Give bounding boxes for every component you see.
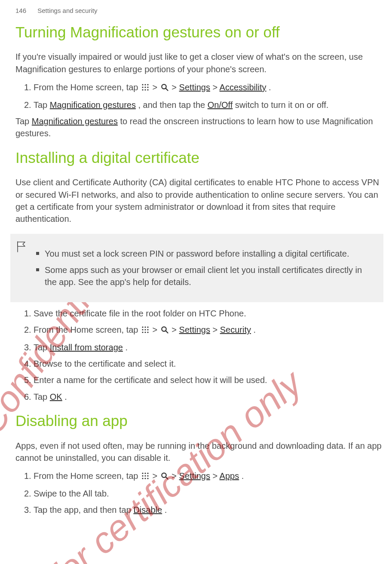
svg-point-13 bbox=[144, 327, 146, 328]
apps-grid-icon bbox=[141, 471, 149, 483]
text: > bbox=[172, 325, 179, 334]
step-content: From the Home screen, tap > > Settings >… bbox=[34, 81, 383, 94]
text: > bbox=[153, 325, 160, 334]
apps-grid-icon bbox=[141, 82, 149, 94]
step-number: 2. bbox=[15, 99, 34, 111]
text: Tap bbox=[34, 392, 50, 402]
text: > bbox=[153, 471, 160, 481]
list-item: 1. From the Home screen, tap > > Setting… bbox=[15, 81, 383, 94]
svg-line-10 bbox=[165, 89, 168, 91]
section-title-certificate: Installing a digital certificate bbox=[15, 148, 383, 167]
text: > bbox=[212, 83, 219, 92]
step-number: 2. bbox=[15, 487, 34, 500]
ui-label-apps: Apps bbox=[220, 471, 239, 481]
step-content: From the Home screen, tap > > Settings >… bbox=[34, 324, 383, 337]
step-content: Browse to the certificate and select it. bbox=[34, 358, 383, 370]
text: From the Home screen, tap bbox=[34, 471, 141, 481]
text: . bbox=[125, 343, 128, 352]
text: From the Home screen, tap bbox=[34, 325, 141, 334]
svg-point-18 bbox=[142, 332, 143, 333]
svg-point-0 bbox=[142, 84, 143, 86]
text: . bbox=[64, 392, 67, 402]
text: > bbox=[153, 83, 160, 92]
list-item: 2. Swipe to the All tab. bbox=[15, 487, 383, 500]
svg-line-22 bbox=[165, 331, 168, 333]
apps-grid-icon bbox=[141, 325, 149, 337]
text: switch to turn it on or off. bbox=[235, 100, 329, 110]
list-item: 2. From the Home screen, tap > > Setting… bbox=[15, 324, 383, 337]
svg-point-29 bbox=[142, 478, 143, 479]
svg-point-12 bbox=[142, 327, 143, 328]
step-number: 3. bbox=[15, 341, 34, 353]
list-item: 6. Tap OK . bbox=[15, 391, 383, 403]
step-number: 3. bbox=[15, 504, 34, 516]
svg-point-24 bbox=[144, 473, 146, 474]
step-content: Tap Magnification gestures , and then ta… bbox=[34, 99, 383, 111]
svg-point-30 bbox=[144, 478, 146, 479]
svg-point-6 bbox=[142, 89, 143, 91]
ui-label-settings: Settings bbox=[179, 83, 210, 92]
ui-label-install-from-storage: Install from storage bbox=[50, 343, 123, 352]
text: Tap bbox=[34, 343, 50, 352]
text: > bbox=[212, 471, 219, 481]
steps-disable-app: 1. From the Home screen, tap > > Setting… bbox=[15, 470, 383, 516]
svg-point-20 bbox=[147, 332, 148, 333]
step-content: From the Home screen, tap > > Settings >… bbox=[34, 470, 383, 483]
svg-point-15 bbox=[142, 329, 143, 331]
ui-label-magnification-gestures: Magnification gestures bbox=[50, 100, 136, 110]
step-number: 1. bbox=[15, 307, 34, 319]
step-content: Swipe to the All tab. bbox=[34, 487, 383, 500]
page-header: 146 Settings and security bbox=[15, 7, 383, 14]
note-item: You must set a lock screen PIN or passwo… bbox=[36, 248, 376, 260]
note-callout: You must set a lock screen PIN or passwo… bbox=[10, 234, 383, 302]
intro-magnification: If you're visually impaired or would jus… bbox=[15, 51, 383, 75]
text: > bbox=[172, 471, 179, 481]
svg-point-1 bbox=[144, 84, 146, 86]
step-number: 2. bbox=[15, 324, 34, 336]
svg-point-17 bbox=[147, 329, 148, 331]
step-number: 1. bbox=[15, 81, 34, 93]
svg-point-27 bbox=[144, 475, 146, 477]
text: . bbox=[254, 325, 256, 334]
list-item: 3. Tap the app, and then tap Disable . bbox=[15, 504, 383, 516]
ui-label-disable: Disable bbox=[133, 505, 162, 515]
svg-point-4 bbox=[144, 87, 146, 88]
text: Tap the app, and then tap bbox=[34, 505, 133, 515]
svg-point-7 bbox=[144, 89, 146, 91]
svg-point-23 bbox=[142, 473, 143, 474]
step-content: Save the certificate file in the root fo… bbox=[34, 307, 383, 319]
search-icon bbox=[161, 82, 168, 94]
text: . bbox=[165, 505, 167, 515]
list-item: 2. Tap Magnification gestures , and then… bbox=[15, 99, 383, 111]
text: > bbox=[172, 83, 179, 92]
step-number: 1. bbox=[15, 470, 34, 482]
steps-certificate: 1. Save the certificate file in the root… bbox=[15, 307, 383, 403]
text: . bbox=[269, 83, 271, 92]
step-content: Enter a name for the certificate and sel… bbox=[34, 374, 383, 386]
svg-point-14 bbox=[147, 327, 148, 328]
search-icon bbox=[161, 471, 168, 483]
svg-point-5 bbox=[147, 87, 148, 88]
text: Tap bbox=[15, 116, 32, 126]
ui-label-settings: Settings bbox=[179, 471, 210, 481]
ui-label-onoff: On/Off bbox=[208, 100, 233, 110]
list-item: 3. Tap Install from storage . bbox=[15, 341, 383, 353]
section-title-magnification: Turning Magnification gestures on or off bbox=[15, 23, 383, 41]
ui-label-security: Security bbox=[220, 325, 251, 334]
ui-label-settings: Settings bbox=[179, 325, 210, 334]
svg-point-19 bbox=[144, 332, 146, 333]
outro-magnification: Tap Magnification gestures to read the o… bbox=[15, 115, 383, 140]
step-number: 4. bbox=[15, 358, 34, 370]
text: > bbox=[212, 325, 220, 334]
text: , and then tap the bbox=[138, 100, 207, 110]
page: Confidential for certification only 146 … bbox=[0, 0, 392, 564]
intro-disable-app: Apps, even if not used often, may be run… bbox=[15, 440, 383, 464]
section-name: Settings and security bbox=[37, 7, 97, 14]
svg-point-31 bbox=[147, 478, 148, 479]
text: Tap bbox=[34, 100, 50, 110]
step-number: 6. bbox=[15, 391, 34, 403]
list-item: 1. From the Home screen, tap > > Setting… bbox=[15, 470, 383, 483]
list-item: 5. Enter a name for the certificate and … bbox=[15, 374, 383, 386]
step-number: 5. bbox=[15, 374, 34, 386]
list-item: 1. Save the certificate file in the root… bbox=[15, 307, 383, 319]
